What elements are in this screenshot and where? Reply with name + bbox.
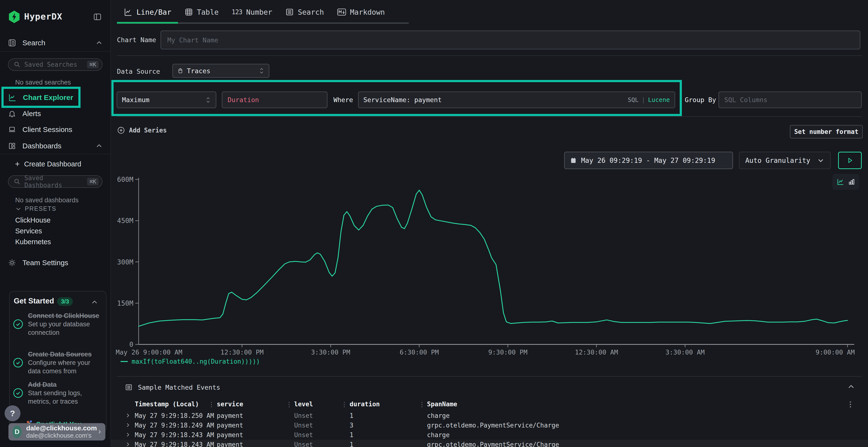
table-cell: 1	[350, 412, 353, 419]
timeseries-chart[interactable]: 0150M300M450M600MMay 26 9:00:00 AM12:30:…	[111, 166, 868, 366]
chevron-up-icon[interactable]	[91, 299, 98, 306]
no-saved-searches-text: No saved searches	[15, 79, 71, 86]
sidebar: HyperDX Search Saved Searches ⌘K No save…	[0, 0, 111, 447]
granularity-value: Auto Granularity	[745, 157, 817, 165]
y-tick-label: 0	[129, 341, 133, 348]
sql-mode-toggle[interactable]: SQL	[628, 96, 639, 103]
column-header[interactable]: duration	[350, 401, 380, 408]
table-cell: 1	[350, 431, 353, 439]
events-list-icon	[125, 383, 133, 391]
get-started-item-subtitle: Set up your database connection	[28, 320, 90, 336]
column-header[interactable]: Timestamp (Local)	[135, 401, 199, 408]
column-drag-icon[interactable]	[288, 401, 290, 408]
table-cell: Unset	[294, 422, 313, 429]
sidebar-item-alerts[interactable]: Alerts	[0, 106, 111, 121]
get-started-item-subtitle: Start sending logs, metrics, or traces	[28, 389, 82, 405]
tab-line-bar[interactable]: Line/Bar	[117, 0, 178, 24]
series-line	[138, 190, 847, 326]
get-started-item[interactable]: Create Data SourcesConfigure where your …	[12, 350, 104, 375]
create-dashboard-button[interactable]: Create Dashboard	[0, 157, 111, 171]
table-menu-icon[interactable]	[849, 400, 851, 409]
presets-label: PRESETS	[25, 205, 56, 212]
data-source-select[interactable]: Traces	[173, 64, 269, 78]
table-cell: payment	[217, 441, 243, 447]
table-row[interactable]: May 27 9:29:18.243 AMpaymentUnset1grpc.o…	[111, 440, 868, 447]
bar-chart-toggle-icon[interactable]	[848, 178, 855, 185]
shortcut-badge: ⌘K	[87, 178, 99, 185]
sidebar-item-team-settings[interactable]: Team Settings	[0, 255, 111, 270]
where-input[interactable]: ServiceName: payment SQL | Lucene	[358, 92, 675, 108]
group-by-placeholder: SQL Columns	[724, 96, 768, 104]
tab-label: Markdown	[350, 8, 385, 16]
tab-search[interactable]: Search	[279, 0, 330, 24]
table-cell: grpc.oteldemo.PaymentService/Charge	[427, 441, 559, 447]
column-drag-icon[interactable]	[343, 401, 345, 408]
preset-services[interactable]: Services	[15, 227, 42, 235]
expand-row-icon[interactable]	[125, 432, 131, 438]
line-chart-toggle-icon[interactable]	[836, 178, 845, 186]
set-number-format-button[interactable]: Set number format	[790, 125, 863, 138]
sidebar-item-label: Dashboards	[23, 142, 61, 150]
table-cell: Unset	[294, 412, 313, 419]
search-section-icon	[8, 39, 16, 47]
lucene-mode-toggle[interactable]: Lucene	[648, 96, 670, 103]
tab-label: Search	[298, 8, 324, 16]
events-panel-header: Sample Matched Events	[125, 383, 220, 391]
search-tab-icon	[285, 8, 294, 16]
events-panel-title: Sample Matched Events	[138, 384, 220, 391]
get-started-item[interactable]: Add DataStart sending logs, metrics, or …	[12, 381, 104, 406]
column-header[interactable]: SpanName	[427, 401, 457, 408]
aggregation-select[interactable]: Maximum	[117, 92, 216, 108]
column-header[interactable]: level	[294, 401, 313, 408]
table-cell: 3	[350, 422, 353, 429]
expand-row-icon[interactable]	[125, 413, 131, 418]
saved-dashboards-input[interactable]: Saved Dashboards ⌘K	[8, 175, 102, 188]
sidebar-item-chart-explorer[interactable]: Chart Explorer	[0, 90, 111, 105]
divider	[117, 56, 862, 56]
legend-line-swatch	[121, 361, 128, 362]
field-input[interactable]: Duration	[222, 92, 328, 108]
markdown-tab-icon	[337, 8, 346, 16]
table-cell: Unset	[294, 441, 313, 447]
table-tab-icon	[184, 8, 193, 16]
tab-table[interactable]: Table	[178, 0, 225, 24]
preset-kubernetes[interactable]: Kubernetes	[15, 238, 51, 246]
table-row[interactable]: May 27 9:29:18.250 AMpaymentUnset1charge	[111, 411, 868, 420]
column-drag-icon[interactable]	[421, 401, 423, 408]
table-cell: May 27 9:29:18.250 AM	[135, 412, 214, 419]
saved-searches-input[interactable]: Saved Searches ⌘K	[8, 58, 102, 71]
y-tick-label: 150M	[117, 299, 133, 307]
table-row[interactable]: May 27 9:29:18.249 AMpaymentUnset3grpc.o…	[111, 420, 868, 430]
sidebar-item-label: Alerts	[23, 110, 41, 118]
get-started-item[interactable]: Connect to ClickHouseSet up your databas…	[12, 312, 104, 337]
expand-row-icon[interactable]	[125, 422, 131, 428]
table-cell: charge	[427, 412, 450, 419]
group-by-input[interactable]: SQL Columns	[718, 92, 862, 108]
user-menu-chip[interactable]: D dale@clickhouse.com dale@clickhouse.co…	[8, 423, 105, 441]
sidebar-item-search[interactable]: Search	[0, 36, 111, 50]
select-chevrons-icon	[259, 67, 265, 74]
tab-markdown[interactable]: Markdown	[331, 0, 392, 24]
help-button[interactable]: ?	[5, 405, 21, 421]
database-icon	[177, 68, 184, 74]
chart-name-placeholder: My Chart Name	[167, 36, 218, 44]
tab-number[interactable]: 123Number	[225, 0, 279, 24]
table-cell: Unset	[294, 431, 313, 439]
expand-row-icon[interactable]	[125, 442, 131, 447]
column-header[interactable]: service	[217, 401, 243, 408]
help-label: ?	[10, 409, 15, 418]
sidebar-collapse-icon[interactable]	[93, 12, 102, 21]
column-drag-icon[interactable]	[211, 401, 212, 408]
presets-section-toggle[interactable]: PRESETS	[15, 205, 56, 212]
table-row[interactable]: May 27 9:29:18.243 AMpaymentUnset1charge	[111, 430, 868, 440]
user-email: dale@clickhouse.com	[26, 424, 97, 432]
preset-clickhouse[interactable]: ClickHouse	[15, 216, 51, 224]
chart-name-input[interactable]: My Chart Name	[161, 31, 860, 49]
add-series-button[interactable]: Add Series	[117, 126, 167, 134]
collapse-events-icon[interactable]	[847, 383, 855, 391]
sidebar-item-client-sessions[interactable]: Client Sessions	[0, 122, 111, 137]
get-started-title: Get Started	[14, 297, 54, 305]
tab-list: Line/BarTable123NumberSearchMarkdown	[117, 0, 391, 24]
get-started-item-title: Connect to ClickHouse	[28, 312, 99, 319]
sidebar-item-dashboards[interactable]: Dashboards	[0, 139, 111, 153]
